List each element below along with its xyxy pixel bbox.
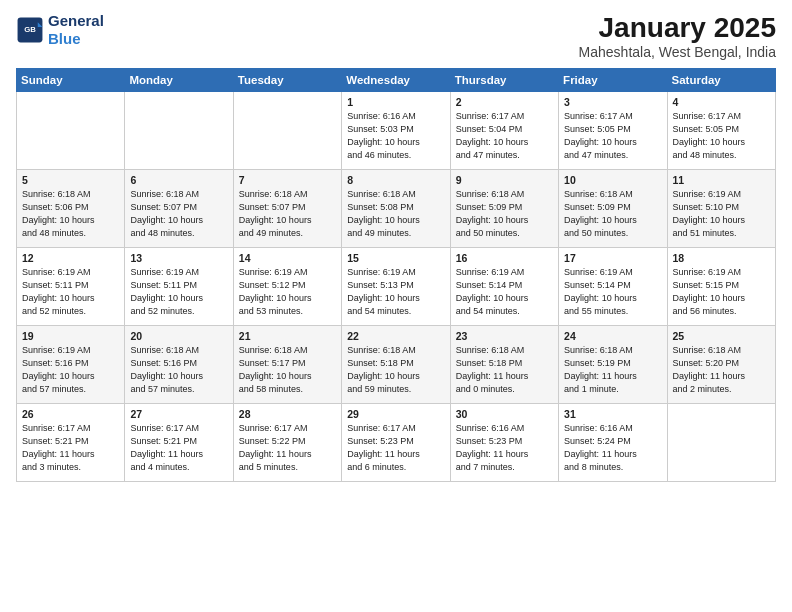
- day-number: 5: [22, 174, 119, 186]
- calendar-cell: 11Sunrise: 6:19 AM Sunset: 5:10 PM Dayli…: [667, 170, 775, 248]
- calendar-cell: 25Sunrise: 6:18 AM Sunset: 5:20 PM Dayli…: [667, 326, 775, 404]
- day-number: 3: [564, 96, 661, 108]
- header: GB General Blue January 2025 Maheshtala,…: [16, 12, 776, 60]
- calendar-cell: [667, 404, 775, 482]
- calendar-cell: 28Sunrise: 6:17 AM Sunset: 5:22 PM Dayli…: [233, 404, 341, 482]
- calendar-cell: 24Sunrise: 6:18 AM Sunset: 5:19 PM Dayli…: [559, 326, 667, 404]
- calendar-cell: 22Sunrise: 6:18 AM Sunset: 5:18 PM Dayli…: [342, 326, 450, 404]
- day-info: Sunrise: 6:18 AM Sunset: 5:07 PM Dayligh…: [130, 188, 227, 240]
- weekday-header-thursday: Thursday: [450, 69, 558, 92]
- day-number: 4: [673, 96, 770, 108]
- day-info: Sunrise: 6:19 AM Sunset: 5:13 PM Dayligh…: [347, 266, 444, 318]
- calendar-cell: 12Sunrise: 6:19 AM Sunset: 5:11 PM Dayli…: [17, 248, 125, 326]
- week-row-1: 1Sunrise: 6:16 AM Sunset: 5:03 PM Daylig…: [17, 92, 776, 170]
- calendar-cell: 19Sunrise: 6:19 AM Sunset: 5:16 PM Dayli…: [17, 326, 125, 404]
- day-info: Sunrise: 6:18 AM Sunset: 5:18 PM Dayligh…: [347, 344, 444, 396]
- calendar-cell: [17, 92, 125, 170]
- calendar-cell: [233, 92, 341, 170]
- day-number: 30: [456, 408, 553, 420]
- day-number: 14: [239, 252, 336, 264]
- day-info: Sunrise: 6:18 AM Sunset: 5:17 PM Dayligh…: [239, 344, 336, 396]
- day-info: Sunrise: 6:19 AM Sunset: 5:16 PM Dayligh…: [22, 344, 119, 396]
- day-info: Sunrise: 6:18 AM Sunset: 5:20 PM Dayligh…: [673, 344, 770, 396]
- day-info: Sunrise: 6:18 AM Sunset: 5:19 PM Dayligh…: [564, 344, 661, 396]
- day-number: 22: [347, 330, 444, 342]
- day-number: 18: [673, 252, 770, 264]
- day-info: Sunrise: 6:17 AM Sunset: 5:22 PM Dayligh…: [239, 422, 336, 474]
- calendar-cell: 7Sunrise: 6:18 AM Sunset: 5:07 PM Daylig…: [233, 170, 341, 248]
- day-number: 13: [130, 252, 227, 264]
- day-info: Sunrise: 6:17 AM Sunset: 5:05 PM Dayligh…: [673, 110, 770, 162]
- calendar-cell: 21Sunrise: 6:18 AM Sunset: 5:17 PM Dayli…: [233, 326, 341, 404]
- weekday-header-friday: Friday: [559, 69, 667, 92]
- day-info: Sunrise: 6:17 AM Sunset: 5:21 PM Dayligh…: [130, 422, 227, 474]
- day-info: Sunrise: 6:19 AM Sunset: 5:11 PM Dayligh…: [130, 266, 227, 318]
- day-info: Sunrise: 6:16 AM Sunset: 5:23 PM Dayligh…: [456, 422, 553, 474]
- day-info: Sunrise: 6:18 AM Sunset: 5:18 PM Dayligh…: [456, 344, 553, 396]
- calendar-cell: 3Sunrise: 6:17 AM Sunset: 5:05 PM Daylig…: [559, 92, 667, 170]
- day-info: Sunrise: 6:18 AM Sunset: 5:09 PM Dayligh…: [456, 188, 553, 240]
- day-number: 28: [239, 408, 336, 420]
- day-info: Sunrise: 6:18 AM Sunset: 5:08 PM Dayligh…: [347, 188, 444, 240]
- day-number: 24: [564, 330, 661, 342]
- calendar-cell: 9Sunrise: 6:18 AM Sunset: 5:09 PM Daylig…: [450, 170, 558, 248]
- week-row-5: 26Sunrise: 6:17 AM Sunset: 5:21 PM Dayli…: [17, 404, 776, 482]
- day-number: 26: [22, 408, 119, 420]
- day-number: 20: [130, 330, 227, 342]
- title-block: January 2025 Maheshtala, West Bengal, In…: [579, 12, 776, 60]
- logo: GB General Blue: [16, 12, 104, 48]
- calendar-cell: 30Sunrise: 6:16 AM Sunset: 5:23 PM Dayli…: [450, 404, 558, 482]
- svg-text:GB: GB: [24, 25, 36, 34]
- day-info: Sunrise: 6:19 AM Sunset: 5:12 PM Dayligh…: [239, 266, 336, 318]
- calendar-cell: 23Sunrise: 6:18 AM Sunset: 5:18 PM Dayli…: [450, 326, 558, 404]
- day-info: Sunrise: 6:18 AM Sunset: 5:16 PM Dayligh…: [130, 344, 227, 396]
- day-info: Sunrise: 6:16 AM Sunset: 5:03 PM Dayligh…: [347, 110, 444, 162]
- calendar-cell: 4Sunrise: 6:17 AM Sunset: 5:05 PM Daylig…: [667, 92, 775, 170]
- day-info: Sunrise: 6:17 AM Sunset: 5:05 PM Dayligh…: [564, 110, 661, 162]
- day-number: 6: [130, 174, 227, 186]
- day-number: 15: [347, 252, 444, 264]
- day-info: Sunrise: 6:19 AM Sunset: 5:11 PM Dayligh…: [22, 266, 119, 318]
- day-number: 17: [564, 252, 661, 264]
- day-number: 1: [347, 96, 444, 108]
- calendar-cell: 6Sunrise: 6:18 AM Sunset: 5:07 PM Daylig…: [125, 170, 233, 248]
- day-number: 7: [239, 174, 336, 186]
- calendar-cell: 16Sunrise: 6:19 AM Sunset: 5:14 PM Dayli…: [450, 248, 558, 326]
- calendar-cell: 20Sunrise: 6:18 AM Sunset: 5:16 PM Dayli…: [125, 326, 233, 404]
- day-number: 27: [130, 408, 227, 420]
- calendar-container: GB General Blue January 2025 Maheshtala,…: [0, 0, 792, 612]
- day-info: Sunrise: 6:17 AM Sunset: 5:04 PM Dayligh…: [456, 110, 553, 162]
- calendar-cell: 10Sunrise: 6:18 AM Sunset: 5:09 PM Dayli…: [559, 170, 667, 248]
- day-info: Sunrise: 6:19 AM Sunset: 5:14 PM Dayligh…: [456, 266, 553, 318]
- subtitle: Maheshtala, West Bengal, India: [579, 44, 776, 60]
- weekday-header-monday: Monday: [125, 69, 233, 92]
- calendar-cell: 18Sunrise: 6:19 AM Sunset: 5:15 PM Dayli…: [667, 248, 775, 326]
- logo-text: General Blue: [48, 12, 104, 48]
- calendar-cell: 8Sunrise: 6:18 AM Sunset: 5:08 PM Daylig…: [342, 170, 450, 248]
- calendar-cell: 5Sunrise: 6:18 AM Sunset: 5:06 PM Daylig…: [17, 170, 125, 248]
- calendar-cell: 1Sunrise: 6:16 AM Sunset: 5:03 PM Daylig…: [342, 92, 450, 170]
- day-number: 8: [347, 174, 444, 186]
- day-number: 9: [456, 174, 553, 186]
- weekday-header-tuesday: Tuesday: [233, 69, 341, 92]
- day-info: Sunrise: 6:19 AM Sunset: 5:10 PM Dayligh…: [673, 188, 770, 240]
- weekday-header-sunday: Sunday: [17, 69, 125, 92]
- day-number: 21: [239, 330, 336, 342]
- calendar-cell: 31Sunrise: 6:16 AM Sunset: 5:24 PM Dayli…: [559, 404, 667, 482]
- day-info: Sunrise: 6:19 AM Sunset: 5:14 PM Dayligh…: [564, 266, 661, 318]
- day-info: Sunrise: 6:18 AM Sunset: 5:07 PM Dayligh…: [239, 188, 336, 240]
- calendar-cell: [125, 92, 233, 170]
- calendar-cell: 26Sunrise: 6:17 AM Sunset: 5:21 PM Dayli…: [17, 404, 125, 482]
- day-number: 23: [456, 330, 553, 342]
- day-info: Sunrise: 6:17 AM Sunset: 5:21 PM Dayligh…: [22, 422, 119, 474]
- day-number: 29: [347, 408, 444, 420]
- day-info: Sunrise: 6:18 AM Sunset: 5:09 PM Dayligh…: [564, 188, 661, 240]
- day-number: 16: [456, 252, 553, 264]
- day-number: 2: [456, 96, 553, 108]
- weekday-header-row: SundayMondayTuesdayWednesdayThursdayFrid…: [17, 69, 776, 92]
- calendar-cell: 14Sunrise: 6:19 AM Sunset: 5:12 PM Dayli…: [233, 248, 341, 326]
- day-info: Sunrise: 6:16 AM Sunset: 5:24 PM Dayligh…: [564, 422, 661, 474]
- calendar-cell: 15Sunrise: 6:19 AM Sunset: 5:13 PM Dayli…: [342, 248, 450, 326]
- day-number: 25: [673, 330, 770, 342]
- day-info: Sunrise: 6:18 AM Sunset: 5:06 PM Dayligh…: [22, 188, 119, 240]
